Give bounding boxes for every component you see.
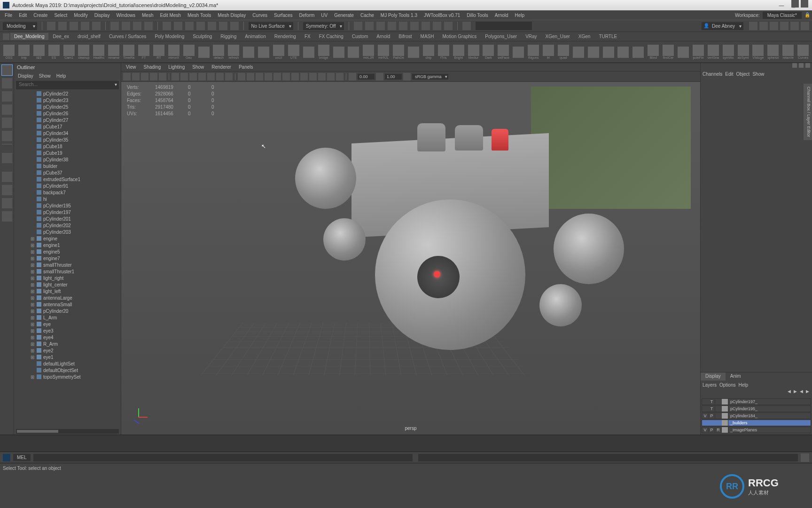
toggle-panel2-icon[interactable] xyxy=(759,22,768,30)
shelf-item-34[interactable] xyxy=(512,43,524,62)
vp-shaded-icon[interactable] xyxy=(247,73,254,80)
shelf-tab-vray[interactable]: VRay xyxy=(522,33,540,40)
layer-nav-next2-icon[interactable]: ▶ xyxy=(806,389,809,397)
outliner-item[interactable]: ⊞eye2 xyxy=(16,347,121,354)
outliner-item[interactable]: ⊞light_right xyxy=(16,275,121,281)
pause-icon[interactable] xyxy=(444,22,453,30)
outliner-item[interactable]: ⊞light_left xyxy=(16,288,121,294)
channel-toggle3-icon[interactable] xyxy=(805,63,810,68)
vp-ao-icon[interactable] xyxy=(309,73,317,80)
rotate-tool-icon[interactable] xyxy=(2,118,12,128)
toggle-panel4-icon[interactable] xyxy=(780,22,789,30)
command-search-input[interactable] xyxy=(476,22,532,30)
shelf-item-8[interactable]: TimeRa xyxy=(123,43,135,62)
shelf-tab-xgen[interactable]: XGen xyxy=(575,33,594,40)
outliner-item[interactable]: builder xyxy=(16,163,121,169)
toggle-panel5-icon[interactable] xyxy=(790,22,799,30)
render-icon3[interactable] xyxy=(376,22,385,30)
outliner-item[interactable]: ⊞antennaSmall xyxy=(16,301,121,308)
timeline[interactable] xyxy=(0,435,812,452)
vp-textured-icon[interactable] xyxy=(256,73,263,80)
vp-gate-mask-icon[interactable] xyxy=(198,73,206,80)
outliner-item[interactable]: pCylinder22 xyxy=(16,90,121,97)
vp-xray-icon[interactable] xyxy=(291,73,299,80)
select-icon4[interactable] xyxy=(144,22,153,30)
outliner-menu-show[interactable]: Show xyxy=(37,72,53,79)
outliner-search[interactable] xyxy=(16,81,119,89)
outliner-item[interactable]: defaultObjectSet xyxy=(16,367,121,373)
viewport-canvas[interactable]: Verts:146981900Edges:292806600Faces:1458… xyxy=(121,82,700,435)
shelf-item-12[interactable]: Geo xyxy=(183,43,195,62)
select-by-type-icon[interactable] xyxy=(110,22,119,30)
select-component-icon[interactable] xyxy=(133,22,141,30)
outliner-menu-display[interactable]: Display xyxy=(16,72,35,79)
outliner-item[interactable]: ⊞smallThruster1 xyxy=(16,268,121,275)
vp-field-chart-icon[interactable] xyxy=(207,73,215,80)
snap-grid-icon[interactable] xyxy=(163,22,171,30)
mel-input[interactable] xyxy=(33,454,413,461)
render-icon8[interactable] xyxy=(433,22,441,30)
outliner-item[interactable]: hi xyxy=(16,196,121,202)
shelf-tab-mash[interactable]: MASH xyxy=(417,33,438,40)
menu-create[interactable]: Create xyxy=(31,12,50,19)
vp-menu-panels[interactable]: Panels xyxy=(237,64,255,71)
render-icon7[interactable] xyxy=(422,22,430,30)
vp-wire-icon[interactable] xyxy=(238,73,245,80)
layers-menu-help[interactable]: Help xyxy=(738,382,748,388)
shelf-tab-rigging[interactable]: Rigging xyxy=(217,33,240,40)
shelf-item-40[interactable] xyxy=(602,43,615,62)
channel-toggle1-icon[interactable] xyxy=(792,63,797,68)
undo-icon[interactable] xyxy=(81,22,89,30)
shelf-item-41[interactable] xyxy=(617,43,630,62)
outliner-item[interactable]: pCube18 xyxy=(16,143,121,150)
outliner-item[interactable]: pCylinder26 xyxy=(16,110,121,117)
shelf-item-48[interactable]: symWo xyxy=(722,43,734,62)
outliner-item[interactable]: ⊞eye3 xyxy=(16,327,121,334)
outliner-item[interactable]: ⊞engine1 xyxy=(16,242,121,248)
maya-logo-icon[interactable] xyxy=(3,454,10,461)
shelf-item-51[interactable]: spherizi xyxy=(767,43,779,62)
menu-edit[interactable]: Edit xyxy=(16,12,30,19)
shelf-item-38[interactable] xyxy=(572,43,585,62)
paint-select-tool-icon[interactable] xyxy=(2,91,12,102)
menu-file[interactable]: File xyxy=(2,12,15,19)
vp-gamma-icon[interactable] xyxy=(376,73,383,80)
snap-live-icon[interactable] xyxy=(208,22,216,30)
shelf-item-28[interactable]: chip xyxy=(422,43,435,62)
shelf-item-25[interactable]: mirR2L xyxy=(377,43,390,62)
vp-xray-joints-icon[interactable] xyxy=(300,73,308,80)
channel-menu-show[interactable]: Show xyxy=(752,71,764,77)
outliner-item[interactable]: pCylinder197 xyxy=(16,209,121,215)
script-editor-icon[interactable] xyxy=(801,453,809,462)
vp-grease-icon[interactable] xyxy=(159,73,166,80)
shelf-item-6[interactable]: Healthc xyxy=(93,43,105,62)
shelf-tab-curves[interactable]: Curves / Surfaces xyxy=(105,33,150,40)
vp-isolate-icon[interactable] xyxy=(282,73,290,80)
scale-tool-icon[interactable] xyxy=(2,131,12,141)
shelf-menu-icon[interactable] xyxy=(3,33,9,40)
shelf-item-24[interactable]: mirL2R xyxy=(362,43,375,62)
shelf-item-30[interactable]: Bright xyxy=(453,43,465,62)
outliner-item[interactable]: ⊞engine xyxy=(16,235,121,242)
snap-point-icon[interactable] xyxy=(185,22,194,30)
shelf-item-1[interactable]: Imp xyxy=(18,43,30,62)
layer-row[interactable]: TpCylinder195_ xyxy=(702,405,811,412)
menu-help[interactable]: Help xyxy=(512,12,528,19)
menu-display[interactable]: Display xyxy=(92,12,113,19)
move-tool-icon[interactable] xyxy=(2,104,12,115)
vp-dof-icon[interactable] xyxy=(336,73,344,80)
vp-film-gate-icon[interactable] xyxy=(180,73,188,80)
menu-modify[interactable]: Modify xyxy=(71,12,90,19)
redo-icon[interactable] xyxy=(92,22,101,30)
channel-menu-edit[interactable]: Edit xyxy=(725,71,733,77)
open-scene-icon[interactable] xyxy=(58,22,67,30)
layout-two-icon[interactable] xyxy=(2,198,12,208)
vp-menu-view[interactable]: View xyxy=(124,64,138,71)
outliner-menu-help[interactable]: Help xyxy=(55,72,68,79)
layer-row[interactable]: VPR_imagePlanes xyxy=(702,427,811,433)
shelf-tab-polymodeling[interactable]: Poly Modeling xyxy=(151,33,188,40)
render-icon1[interactable] xyxy=(354,22,362,30)
shelf-item-44[interactable]: findCer xyxy=(662,43,674,62)
outliner-item[interactable]: pCube37 xyxy=(16,169,121,176)
vp-menu-lighting[interactable]: Lighting xyxy=(166,64,187,71)
